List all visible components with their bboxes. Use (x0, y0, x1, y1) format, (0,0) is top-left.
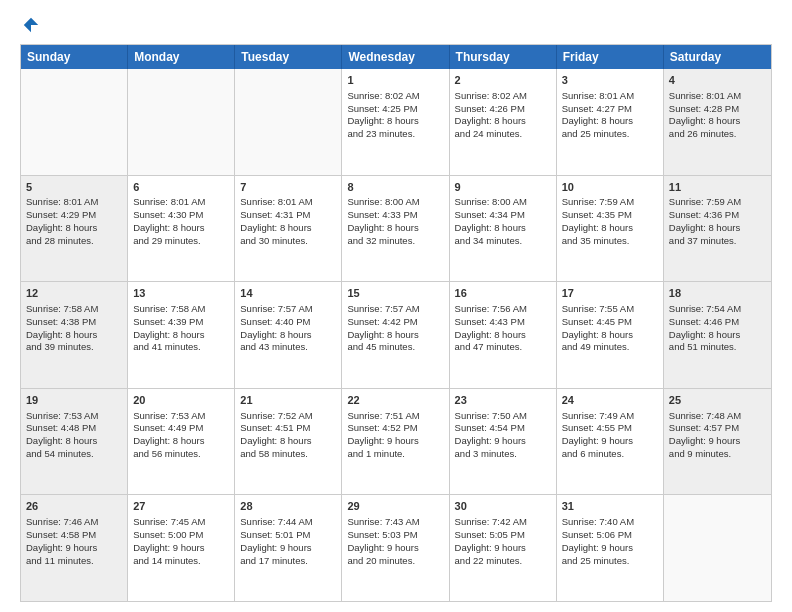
day-info-line: Sunset: 4:36 PM (669, 209, 766, 222)
day-info-line: and 9 minutes. (669, 448, 766, 461)
calendar-cell-2: 2Sunrise: 8:02 AMSunset: 4:26 PMDaylight… (450, 69, 557, 175)
calendar-cell-9: 9Sunrise: 8:00 AMSunset: 4:34 PMDaylight… (450, 176, 557, 282)
day-info-line: and 32 minutes. (347, 235, 443, 248)
calendar-cell-3: 3Sunrise: 8:01 AMSunset: 4:27 PMDaylight… (557, 69, 664, 175)
day-info-line: Daylight: 8 hours (347, 222, 443, 235)
day-info-line: and 14 minutes. (133, 555, 229, 568)
calendar-cell-26: 26Sunrise: 7:46 AMSunset: 4:58 PMDayligh… (21, 495, 128, 601)
calendar-cell-empty-2 (235, 69, 342, 175)
day-info-line: and 25 minutes. (562, 555, 658, 568)
day-info-line: Sunrise: 7:54 AM (669, 303, 766, 316)
day-info-line: Daylight: 8 hours (240, 329, 336, 342)
week-row-4: 26Sunrise: 7:46 AMSunset: 4:58 PMDayligh… (21, 495, 771, 601)
day-info-line: Daylight: 8 hours (240, 222, 336, 235)
day-info-line: Sunset: 4:29 PM (26, 209, 122, 222)
day-info-line: and 25 minutes. (562, 128, 658, 141)
day-info-line: Sunset: 4:25 PM (347, 103, 443, 116)
day-info-line: Sunrise: 7:46 AM (26, 516, 122, 529)
day-number: 6 (133, 180, 229, 195)
day-number: 23 (455, 393, 551, 408)
calendar-cell-24: 24Sunrise: 7:49 AMSunset: 4:55 PMDayligh… (557, 389, 664, 495)
day-info-line: Daylight: 8 hours (26, 435, 122, 448)
day-number: 24 (562, 393, 658, 408)
day-number: 12 (26, 286, 122, 301)
calendar-body: 1Sunrise: 8:02 AMSunset: 4:25 PMDaylight… (21, 69, 771, 601)
calendar-cell-21: 21Sunrise: 7:52 AMSunset: 4:51 PMDayligh… (235, 389, 342, 495)
svg-marker-0 (24, 18, 38, 32)
calendar-cell-23: 23Sunrise: 7:50 AMSunset: 4:54 PMDayligh… (450, 389, 557, 495)
week-row-1: 5Sunrise: 8:01 AMSunset: 4:29 PMDaylight… (21, 176, 771, 283)
day-info-line: Sunrise: 7:43 AM (347, 516, 443, 529)
calendar-cell-25: 25Sunrise: 7:48 AMSunset: 4:57 PMDayligh… (664, 389, 771, 495)
day-info-line: Sunset: 4:26 PM (455, 103, 551, 116)
day-info-line: Daylight: 8 hours (133, 329, 229, 342)
day-info-line: and 17 minutes. (240, 555, 336, 568)
logo (20, 16, 40, 34)
day-info-line: Daylight: 9 hours (347, 435, 443, 448)
logo-icon (22, 16, 40, 34)
day-number: 16 (455, 286, 551, 301)
header-day-friday: Friday (557, 45, 664, 69)
day-info-line: and 49 minutes. (562, 341, 658, 354)
day-info-line: Daylight: 9 hours (455, 435, 551, 448)
day-number: 19 (26, 393, 122, 408)
calendar-cell-10: 10Sunrise: 7:59 AMSunset: 4:35 PMDayligh… (557, 176, 664, 282)
calendar-cell-30: 30Sunrise: 7:42 AMSunset: 5:05 PMDayligh… (450, 495, 557, 601)
day-info-line: Sunset: 4:52 PM (347, 422, 443, 435)
calendar-cell-1: 1Sunrise: 8:02 AMSunset: 4:25 PMDaylight… (342, 69, 449, 175)
day-info-line: and 24 minutes. (455, 128, 551, 141)
day-info-line: Daylight: 9 hours (240, 542, 336, 555)
day-info-line: Daylight: 9 hours (347, 542, 443, 555)
day-info-line: and 30 minutes. (240, 235, 336, 248)
day-number: 21 (240, 393, 336, 408)
day-info-line: Daylight: 8 hours (669, 222, 766, 235)
day-info-line: and 51 minutes. (669, 341, 766, 354)
week-row-2: 12Sunrise: 7:58 AMSunset: 4:38 PMDayligh… (21, 282, 771, 389)
logo-text (20, 16, 40, 34)
day-info-line: Daylight: 8 hours (562, 115, 658, 128)
day-info-line: and 56 minutes. (133, 448, 229, 461)
day-number: 3 (562, 73, 658, 88)
day-number: 2 (455, 73, 551, 88)
header-day-thursday: Thursday (450, 45, 557, 69)
calendar-cell-empty-0 (21, 69, 128, 175)
day-info-line: Sunrise: 8:01 AM (240, 196, 336, 209)
day-info-line: and 29 minutes. (133, 235, 229, 248)
header-day-wednesday: Wednesday (342, 45, 449, 69)
day-info-line: Sunset: 4:48 PM (26, 422, 122, 435)
day-number: 10 (562, 180, 658, 195)
header (20, 16, 772, 34)
day-info-line: Sunrise: 8:02 AM (455, 90, 551, 103)
day-info-line: Sunset: 4:49 PM (133, 422, 229, 435)
day-info-line: Daylight: 9 hours (562, 435, 658, 448)
day-info-line: Sunrise: 8:01 AM (133, 196, 229, 209)
day-info-line: Daylight: 8 hours (240, 435, 336, 448)
day-info-line: Sunrise: 7:53 AM (133, 410, 229, 423)
calendar-cell-7: 7Sunrise: 8:01 AMSunset: 4:31 PMDaylight… (235, 176, 342, 282)
calendar-cell-16: 16Sunrise: 7:56 AMSunset: 4:43 PMDayligh… (450, 282, 557, 388)
header-day-sunday: Sunday (21, 45, 128, 69)
header-day-tuesday: Tuesday (235, 45, 342, 69)
day-info-line: and 34 minutes. (455, 235, 551, 248)
day-number: 30 (455, 499, 551, 514)
day-info-line: Daylight: 8 hours (26, 222, 122, 235)
day-info-line: Sunrise: 7:58 AM (133, 303, 229, 316)
day-number: 4 (669, 73, 766, 88)
week-row-3: 19Sunrise: 7:53 AMSunset: 4:48 PMDayligh… (21, 389, 771, 496)
day-info-line: Sunset: 4:34 PM (455, 209, 551, 222)
calendar-cell-17: 17Sunrise: 7:55 AMSunset: 4:45 PMDayligh… (557, 282, 664, 388)
calendar: SundayMondayTuesdayWednesdayThursdayFrid… (20, 44, 772, 602)
day-info-line: Sunrise: 7:53 AM (26, 410, 122, 423)
calendar-cell-20: 20Sunrise: 7:53 AMSunset: 4:49 PMDayligh… (128, 389, 235, 495)
day-number: 13 (133, 286, 229, 301)
day-info-line: Sunset: 5:01 PM (240, 529, 336, 542)
day-info-line: Sunset: 4:35 PM (562, 209, 658, 222)
day-info-line: and 11 minutes. (26, 555, 122, 568)
day-info-line: and 45 minutes. (347, 341, 443, 354)
day-info-line: Sunset: 4:51 PM (240, 422, 336, 435)
day-info-line: Sunrise: 7:59 AM (562, 196, 658, 209)
day-info-line: Sunrise: 8:01 AM (562, 90, 658, 103)
calendar-cell-18: 18Sunrise: 7:54 AMSunset: 4:46 PMDayligh… (664, 282, 771, 388)
day-info-line: Sunrise: 7:57 AM (240, 303, 336, 316)
day-info-line: Sunrise: 7:45 AM (133, 516, 229, 529)
